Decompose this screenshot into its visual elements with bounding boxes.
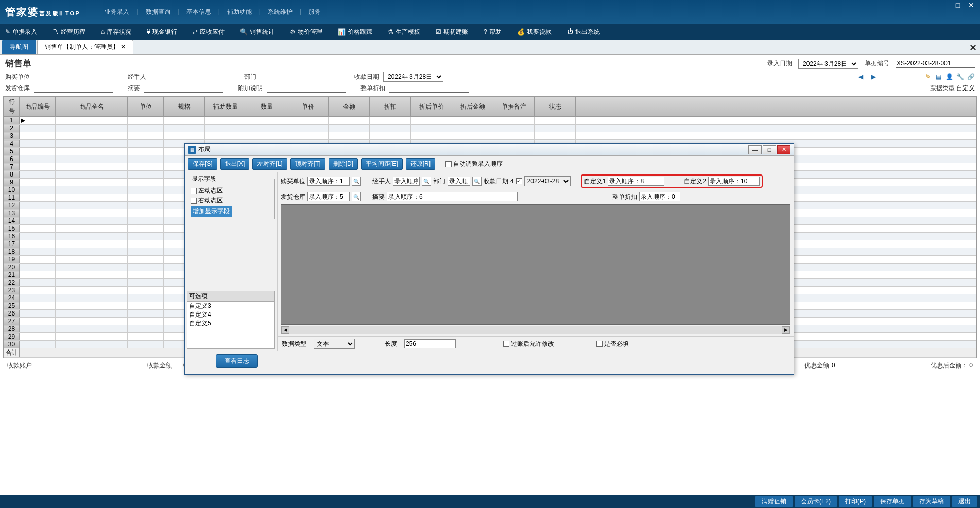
buy-unit-field[interactable] bbox=[34, 73, 113, 81]
grid-cell[interactable] bbox=[20, 140, 56, 148]
tb-stock[interactable]: ⌂库存状况 bbox=[101, 28, 131, 37]
tb-help[interactable]: ?帮助 bbox=[484, 28, 502, 37]
close-button[interactable]: ✕ bbox=[967, 1, 976, 9]
grid-cell[interactable] bbox=[128, 194, 164, 202]
grid-header-8[interactable]: 金额 bbox=[329, 97, 370, 117]
grid-header-7[interactable]: 单价 bbox=[287, 97, 329, 117]
dlg-restore-button[interactable]: 还原[R] bbox=[406, 158, 435, 170]
dialog-titlebar[interactable]: ▦ 布局 — □ ✕ bbox=[185, 144, 794, 156]
dlg-delete-button[interactable]: 删除[D] bbox=[329, 158, 358, 170]
tb-exit[interactable]: ⏻退出系统 bbox=[567, 28, 600, 37]
grid-cell[interactable] bbox=[370, 117, 411, 125]
grid-cell[interactable] bbox=[128, 163, 164, 171]
grid-cell[interactable] bbox=[164, 125, 205, 132]
grid-cell[interactable] bbox=[128, 256, 164, 264]
tb-price-track[interactable]: 📊价格跟踪 bbox=[338, 28, 372, 37]
add-field-button[interactable]: 增加显示字段 bbox=[191, 206, 232, 217]
left-zone-checkbox[interactable]: 左动态区 bbox=[191, 186, 271, 195]
lr-dept-input[interactable] bbox=[448, 177, 470, 186]
grid-cell[interactable] bbox=[128, 140, 164, 148]
grid-cell[interactable] bbox=[20, 271, 56, 279]
dept-field[interactable] bbox=[261, 73, 340, 81]
tb-opening[interactable]: ☑期初建账 bbox=[436, 28, 468, 37]
lookup-icon[interactable]: 🔍 bbox=[352, 192, 361, 201]
grid-cell[interactable] bbox=[246, 132, 287, 140]
grid-cell[interactable] bbox=[128, 271, 164, 279]
grid-header-11[interactable]: 折后金额 bbox=[452, 97, 493, 117]
grid-cell[interactable] bbox=[128, 179, 164, 186]
grid-cell[interactable] bbox=[535, 132, 576, 140]
warehouse-field[interactable] bbox=[34, 84, 113, 93]
table-row[interactable]: 3 bbox=[4, 132, 976, 140]
grid-cell[interactable] bbox=[20, 279, 56, 287]
lr-buy-unit-input[interactable] bbox=[307, 177, 350, 186]
right-zone-checkbox[interactable]: 右动态区 bbox=[191, 196, 271, 205]
grid-cell[interactable] bbox=[452, 117, 493, 125]
sb-promo[interactable]: 满赠促销 bbox=[755, 496, 793, 507]
grid-cell[interactable] bbox=[370, 125, 411, 132]
option-custom3[interactable]: 自定义3 bbox=[187, 302, 274, 310]
grid-header-12[interactable]: 单据备注 bbox=[493, 97, 535, 117]
user-icon[interactable]: 👤 bbox=[945, 73, 953, 81]
grid-cell[interactable] bbox=[128, 171, 164, 179]
grid-cell[interactable] bbox=[20, 171, 56, 179]
sb-exit[interactable]: 退出 bbox=[952, 496, 977, 507]
grid-cell[interactable] bbox=[56, 148, 128, 155]
grid-cell[interactable] bbox=[56, 302, 128, 310]
grid-cell[interactable] bbox=[56, 279, 128, 287]
discount-field[interactable] bbox=[389, 84, 469, 93]
grid-cell[interactable] bbox=[128, 287, 164, 294]
grid-cell[interactable] bbox=[56, 194, 128, 202]
grid-cell[interactable] bbox=[370, 132, 411, 140]
doc-no-field[interactable] bbox=[896, 59, 975, 68]
grid-cell[interactable] bbox=[535, 117, 576, 125]
grid-cell[interactable] bbox=[205, 117, 246, 125]
grid-cell[interactable] bbox=[56, 233, 128, 240]
grid-cell[interactable] bbox=[20, 256, 56, 264]
menu-aux[interactable]: 辅助功能 bbox=[223, 8, 256, 16]
grid-cell[interactable] bbox=[56, 318, 128, 325]
grid-cell[interactable] bbox=[452, 132, 493, 140]
grid-cell[interactable] bbox=[576, 132, 976, 140]
grid-cell[interactable] bbox=[20, 325, 56, 333]
grid-cell[interactable] bbox=[128, 132, 164, 140]
sb-draft[interactable]: 存为草稿 bbox=[913, 496, 950, 507]
grid-cell[interactable] bbox=[20, 341, 56, 348]
grid-header-13[interactable]: 状态 bbox=[535, 97, 576, 117]
grid-cell[interactable] bbox=[56, 310, 128, 318]
table-row[interactable]: 1▶ bbox=[4, 117, 976, 125]
grid-cell[interactable] bbox=[205, 125, 246, 132]
tb-loan[interactable]: 💰我要贷款 bbox=[517, 28, 552, 37]
acct-field[interactable] bbox=[42, 361, 122, 370]
grid-header-6[interactable]: 数量 bbox=[246, 97, 287, 117]
grid-cell[interactable] bbox=[246, 125, 287, 132]
dlg-save-button[interactable]: 保存[S] bbox=[188, 158, 217, 170]
lookup-icon[interactable]: 🔍 bbox=[472, 177, 482, 186]
grid-cell[interactable] bbox=[128, 148, 164, 155]
menu-basic-info[interactable]: 基本信息 bbox=[182, 8, 215, 16]
grid-header-9[interactable]: 折扣 bbox=[370, 97, 411, 117]
grid-cell[interactable] bbox=[20, 233, 56, 240]
lookup-icon[interactable]: 🔍 bbox=[352, 177, 361, 186]
grid-cell[interactable] bbox=[56, 125, 128, 132]
grid-cell[interactable] bbox=[128, 233, 164, 240]
table-row[interactable]: 2 bbox=[4, 125, 976, 132]
grid-cell[interactable] bbox=[246, 117, 287, 125]
grid-cell[interactable] bbox=[56, 186, 128, 194]
sb-print[interactable]: 打印(P) bbox=[839, 496, 872, 507]
grid-cell[interactable] bbox=[56, 333, 128, 341]
allow-edit-checkbox[interactable]: 过账后允许修改 bbox=[503, 340, 554, 348]
grid-cell[interactable] bbox=[411, 132, 452, 140]
grid-cell[interactable] bbox=[20, 194, 56, 202]
grid-cell[interactable] bbox=[128, 310, 164, 318]
dialog-min-button[interactable]: — bbox=[748, 145, 762, 154]
handler-field[interactable] bbox=[150, 73, 230, 81]
grid-cell[interactable] bbox=[56, 248, 128, 256]
grid-header-5[interactable]: 辅助数量 bbox=[205, 97, 246, 117]
menu-data-query[interactable]: 数据查询 bbox=[142, 8, 175, 16]
summary-field[interactable] bbox=[144, 84, 223, 93]
minimize-button[interactable]: — bbox=[940, 1, 949, 9]
lr-recvdate-select[interactable]: 2022-03-28 bbox=[524, 176, 571, 186]
grid-cell[interactable] bbox=[56, 294, 128, 302]
grid-cell[interactable] bbox=[128, 117, 164, 125]
